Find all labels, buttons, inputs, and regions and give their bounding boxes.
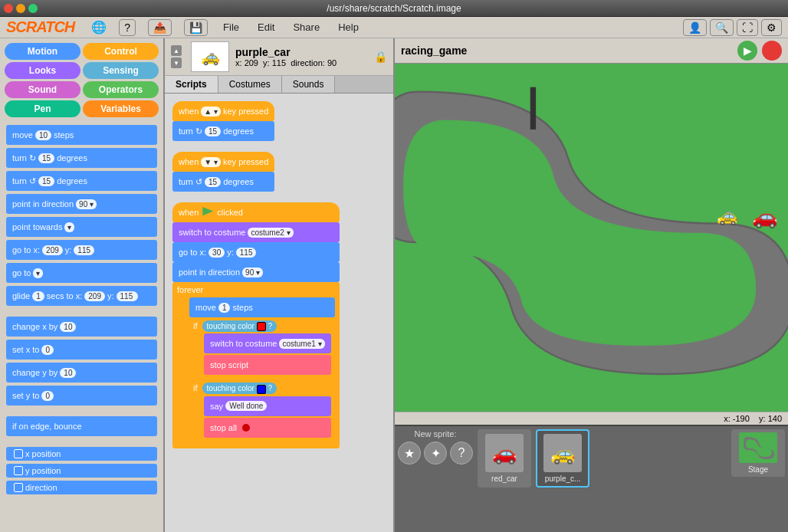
block-if-2[interactable]: if touching color ? say Well done stop a…: [189, 381, 335, 442]
coords-bar: x: -190 y: 140: [395, 412, 788, 425]
stage-canvas[interactable]: 🚗 🚕: [395, 64, 788, 412]
block-turn-right-1[interactable]: turn ↻ 15 degrees: [172, 121, 274, 141]
person-icon[interactable]: 👤: [683, 19, 707, 36]
script-area: ▲ ▼ 🚕 purple_car x: 209 y: 115 direction…: [165, 38, 395, 532]
block-set-y[interactable]: set y to 0: [6, 386, 157, 406]
new-sprite-question[interactable]: ?: [450, 442, 473, 465]
sprite-img-red-car: 🚗: [485, 434, 524, 472]
menu-share[interactable]: Share: [290, 20, 323, 34]
block-stop-all[interactable]: stop all: [204, 418, 331, 438]
search-icon[interactable]: 🔍: [710, 19, 734, 36]
menu-file[interactable]: File: [220, 20, 242, 34]
block-when-flag[interactable]: when clicked: [172, 202, 340, 222]
block-direction[interactable]: direction: [6, 481, 157, 494]
category-operators[interactable]: Operators: [83, 81, 159, 98]
stage-thumb[interactable]: Stage: [731, 429, 785, 477]
maximize-button[interactable]: [28, 4, 38, 13]
category-looks[interactable]: Looks: [5, 62, 80, 79]
block-point-towards[interactable]: point towards ▾: [6, 217, 157, 237]
category-variables[interactable]: Variables: [83, 100, 159, 117]
block-x-position[interactable]: x position: [6, 447, 157, 461]
sprite-name: purple_car: [235, 46, 337, 58]
block-goto-xy[interactable]: go to x: 209 y: 115: [6, 240, 157, 260]
sprite-thumb-purple-car[interactable]: 🚕 purple_c...: [536, 429, 589, 488]
stage-svg: 🚗 🚕: [395, 64, 788, 412]
help-icon[interactable]: ?: [119, 19, 136, 36]
blocks-list: move 10 steps turn ↻ 15 degrees turn ↺ 1…: [0, 122, 163, 532]
tab-scripts[interactable]: Scripts: [165, 76, 218, 93]
nav-down[interactable]: ▼: [171, 57, 182, 68]
globe-icon[interactable]: 🌐: [91, 20, 107, 34]
sprite-label-purple-car: purple_c...: [545, 475, 581, 483]
blocks-panel: Motion Control Looks Sensing Sound Opera…: [0, 38, 165, 532]
block-point-direction[interactable]: point in direction 90 ▾: [6, 194, 157, 214]
block-switch-costume-1[interactable]: switch to costume costume1 ▾: [204, 333, 331, 353]
block-if-edge[interactable]: if on edge, bounce: [6, 416, 157, 436]
category-sound[interactable]: Sound: [5, 81, 80, 98]
block-change-y[interactable]: change y by 10: [6, 363, 157, 383]
block-turn-cw[interactable]: turn ↻ 15 degrees: [6, 148, 157, 168]
stop-button[interactable]: [762, 41, 782, 61]
block-point-dir-main[interactable]: point in direction 90 ▾: [172, 262, 340, 282]
category-motion[interactable]: Motion: [5, 43, 80, 60]
main-layout: Motion Control Looks Sensing Sound Opera…: [0, 38, 788, 532]
title-bar: /usr/share/scratch/Scratch.image: [0, 0, 788, 17]
nav-arrows: ▲ ▼: [171, 45, 182, 68]
script-group-3: when clicked switch to costume costume2 …: [172, 202, 340, 448]
settings-icon[interactable]: ⚙: [761, 19, 782, 36]
minimize-button[interactable]: [16, 4, 25, 13]
tab-costumes[interactable]: Costumes: [218, 76, 282, 93]
scripts-canvas[interactable]: when ▲ ▾ key pressed turn ↻ 15 degrees w…: [165, 94, 393, 532]
stage-label: Stage: [748, 465, 768, 474]
upload-icon[interactable]: 📤: [148, 19, 172, 36]
sprite-thumbnail: 🚕: [191, 41, 229, 72]
category-control[interactable]: Control: [83, 43, 159, 60]
block-goto-xy-main[interactable]: go to x: 30 y: 115: [172, 242, 340, 262]
category-pen[interactable]: Pen: [5, 100, 80, 117]
sprite-thumb-red-car[interactable]: 🚗 red_car: [478, 429, 531, 488]
block-move-steps[interactable]: move 10 steps: [6, 125, 157, 145]
lock-icon[interactable]: 🔒: [374, 51, 387, 63]
sprite-img-purple-car: 🚕: [543, 434, 582, 472]
nav-up[interactable]: ▲: [171, 45, 182, 56]
block-turn-left-2[interactable]: turn ↺ 15 degrees: [172, 172, 274, 192]
svg-rect-1: [530, 87, 536, 130]
block-turn-ccw[interactable]: turn ↺ 15 degrees: [6, 171, 157, 191]
stage-title: racing_game: [401, 44, 467, 57]
block-when-up-key[interactable]: when ▲ ▾ key pressed: [172, 101, 274, 121]
save-icon[interactable]: 💾: [184, 19, 208, 36]
block-glide[interactable]: glide 1 secs to x: 209 y: 115: [6, 286, 157, 306]
new-sprite-area: New sprite: ★ ✦ ?: [398, 429, 473, 465]
stage-controls: ▶: [737, 41, 782, 61]
tab-sounds[interactable]: Sounds: [282, 76, 336, 93]
close-button[interactable]: [4, 4, 13, 13]
stage-img: [739, 432, 777, 463]
new-sprite-wand[interactable]: ✦: [424, 442, 447, 465]
block-stop-script[interactable]: stop script: [204, 355, 331, 375]
block-when-down-key[interactable]: when ▼ ▾ key pressed: [172, 152, 274, 172]
block-goto[interactable]: go to ▾: [6, 263, 157, 283]
new-sprite-buttons: ★ ✦ ?: [398, 442, 473, 465]
tabs-row: Scripts Costumes Sounds: [165, 76, 393, 94]
block-set-x[interactable]: set x to 0: [6, 340, 157, 360]
fullscreen-icon[interactable]: ⛶: [737, 19, 758, 36]
window-controls[interactable]: [4, 4, 38, 13]
block-say-welldone[interactable]: say Well done: [204, 396, 331, 416]
new-sprite-star[interactable]: ★: [398, 442, 421, 465]
toolbar-icons: 👤 🔍 ⛶ ⚙: [683, 19, 782, 36]
category-sensing[interactable]: Sensing: [83, 62, 159, 79]
block-y-position[interactable]: y position: [6, 464, 157, 478]
block-move-1[interactable]: move 1 steps: [189, 297, 335, 317]
block-change-x[interactable]: change x by 10: [6, 317, 157, 337]
svg-text:🚕: 🚕: [717, 205, 738, 226]
menu-help[interactable]: Help: [335, 20, 362, 34]
script-group-1: when ▲ ▾ key pressed turn ↻ 15 degrees: [172, 101, 274, 141]
block-switch-costume-2[interactable]: switch to costume costume2 ▾: [172, 222, 340, 242]
category-grid: Motion Control Looks Sensing Sound Opera…: [0, 38, 163, 122]
menu-edit[interactable]: Edit: [254, 20, 277, 34]
green-flag-button[interactable]: ▶: [737, 41, 757, 61]
svg-text:🚗: 🚗: [753, 204, 779, 229]
stage-header: racing_game ▶: [395, 38, 788, 64]
block-forever[interactable]: forever move 1 steps if touching color ?…: [172, 282, 340, 448]
block-if-1[interactable]: if touching color ? switch to costume co…: [189, 319, 335, 379]
